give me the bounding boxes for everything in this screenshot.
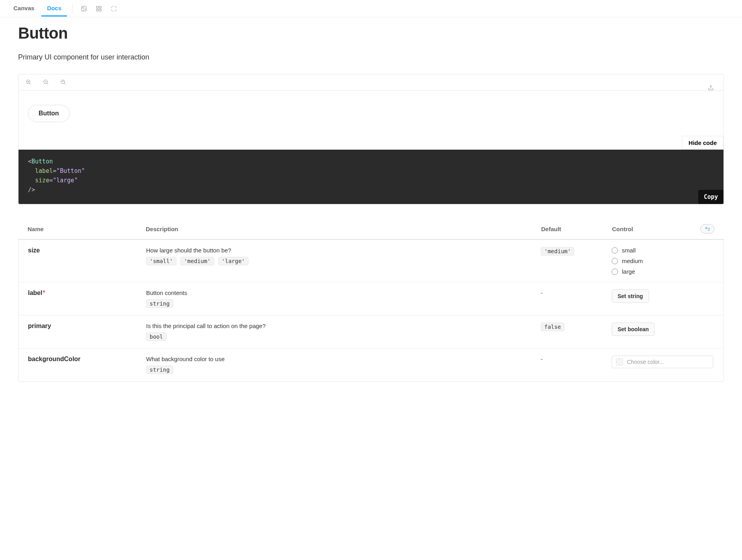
arg-row-primary: primary Is this the principal call to ac… (19, 315, 723, 349)
arg-type-label: string (146, 299, 173, 308)
arg-desc-backgroundcolor: What background color to use string (146, 356, 541, 374)
set-string-button[interactable]: Set string (612, 289, 649, 303)
code-block: <Button label="Button" size="large" /> C… (19, 150, 723, 204)
tab-canvas[interactable]: Canvas (8, 1, 40, 17)
code-attr-label: label (35, 167, 53, 174)
preview-area: Button (19, 91, 723, 136)
arg-type-backgroundcolor: string (146, 365, 173, 374)
arg-name-size: size (28, 247, 146, 275)
copy-button[interactable]: Copy (698, 190, 723, 204)
code-attr-size-value: "large" (53, 177, 78, 184)
svg-rect-2 (96, 6, 98, 8)
radio-label-small: small (622, 247, 636, 254)
required-marker: * (43, 289, 45, 296)
svg-rect-4 (96, 9, 98, 11)
col-control: Control (612, 226, 633, 232)
divider (72, 4, 73, 13)
arg-name-label: label* (28, 289, 146, 308)
grid-icon[interactable] (93, 3, 104, 14)
size-option-medium: 'medium' (180, 257, 214, 265)
zoom-in-icon[interactable] (23, 77, 34, 88)
svg-rect-5 (99, 9, 101, 11)
code-close: /> (28, 185, 714, 195)
arg-desc-primary: Is this the principal call to action on … (146, 323, 541, 341)
arg-desc-size: How large should the button be? 'small' … (146, 247, 541, 275)
arg-default-primary: false (541, 323, 564, 331)
arg-name-primary: primary (28, 323, 146, 341)
radio-size-small[interactable]: small (612, 247, 714, 254)
arg-type-primary: bool (146, 332, 167, 341)
arg-row-label: label* Button contents string - Set stri… (19, 282, 723, 315)
arg-desc-primary-text: Is this the principal call to action on … (146, 323, 541, 329)
top-tabs: Canvas Docs (0, 0, 742, 17)
page-subtitle: Primary UI component for user interactio… (18, 53, 724, 61)
arg-row-backgroundcolor: backgroundColor What background color to… (19, 349, 723, 381)
col-default: Default (541, 226, 612, 232)
size-option-small: 'small' (146, 257, 176, 265)
color-placeholder: Choose color... (627, 359, 664, 365)
size-radio-group: small medium large (612, 247, 714, 275)
radio-label-medium: medium (622, 258, 643, 264)
arg-desc-label-text: Button contents (146, 289, 541, 296)
hide-code-button[interactable]: Hide code (682, 136, 723, 150)
code-attr-label-value: "Button" (56, 167, 85, 174)
outline-icon[interactable] (108, 3, 119, 14)
code-open: < (28, 158, 32, 165)
tab-docs[interactable]: Docs (41, 1, 67, 17)
preview-toolbar (19, 74, 723, 91)
arg-default-backgroundcolor: - (541, 356, 612, 374)
radio-size-medium[interactable]: medium (612, 258, 714, 264)
image-icon[interactable] (78, 3, 89, 14)
share-icon[interactable] (705, 82, 716, 93)
zoom-out-icon[interactable] (41, 77, 52, 88)
svg-point-13 (61, 80, 65, 83)
arg-desc-bg-text: What background color to use (146, 356, 541, 362)
arg-name-backgroundcolor: backgroundColor (28, 356, 146, 374)
page-title: Button (18, 24, 724, 42)
svg-line-14 (64, 83, 65, 84)
radio-circle-icon (612, 258, 618, 264)
radio-label-large: large (622, 268, 635, 275)
size-option-large: 'large' (218, 257, 249, 265)
arg-desc-label: Button contents string (146, 289, 541, 308)
code-component: Button (32, 158, 53, 165)
arg-row-size: size How large should the button be? 'sm… (19, 240, 723, 282)
args-table: Name Description Default Control size Ho… (18, 224, 724, 382)
color-input[interactable]: Choose color... (612, 356, 713, 368)
code-attr-size: size (35, 177, 49, 184)
radio-size-large[interactable]: large (612, 268, 714, 275)
preview-panel: Button Hide code <Button label="Button" … (18, 74, 724, 204)
zoom-reset-icon[interactable] (58, 77, 69, 88)
arg-default-label: - (541, 289, 612, 308)
svg-rect-0 (82, 6, 86, 11)
arg-default-size: 'medium' (541, 247, 574, 256)
svg-line-11 (47, 83, 48, 84)
col-name: Name (28, 226, 146, 232)
reset-controls-button[interactable] (700, 224, 714, 234)
example-button[interactable]: Button (28, 105, 70, 122)
col-description: Description (146, 226, 541, 232)
svg-line-7 (30, 83, 31, 84)
radio-circle-icon (612, 269, 618, 275)
color-swatch-icon (616, 358, 623, 365)
radio-circle-icon (612, 247, 618, 254)
set-boolean-button[interactable]: Set boolean (612, 323, 655, 336)
arg-desc-size-text: How large should the button be? (146, 247, 541, 254)
svg-point-1 (83, 7, 84, 8)
svg-rect-3 (99, 6, 101, 8)
